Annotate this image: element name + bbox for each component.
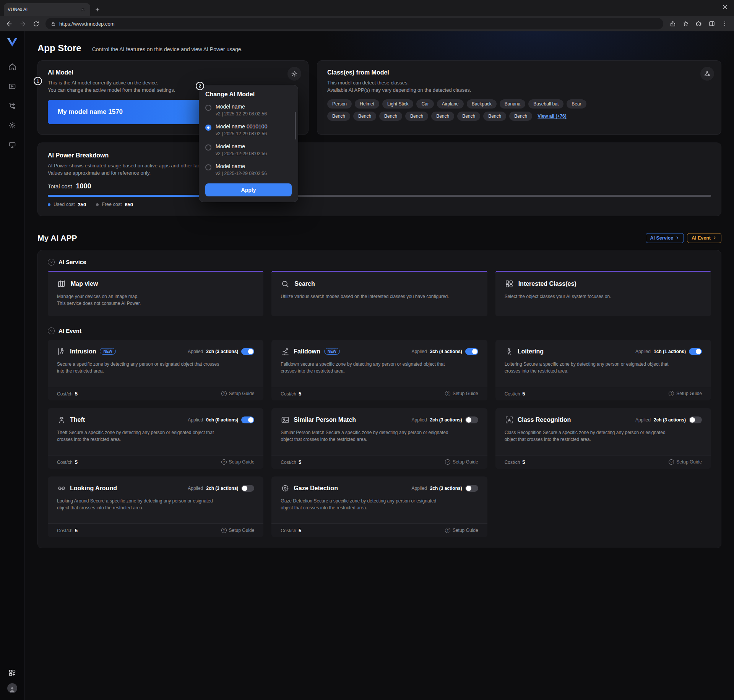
url-bar[interactable]: https://www.innodep.com	[45, 18, 663, 29]
class-recognition-icon	[505, 415, 514, 425]
setup-guide-link[interactable]: ?Setup Guide	[445, 459, 478, 465]
event-toggle[interactable]	[689, 348, 702, 355]
apply-button[interactable]: Apply	[205, 183, 292, 196]
window-close-icon[interactable]	[722, 4, 728, 10]
cost-value: 5	[75, 391, 78, 397]
used-cost-value: 350	[78, 202, 86, 207]
side-panel-icon[interactable]	[708, 20, 716, 28]
event-card-gaze-detection: Gaze Detection Applied 2ch (3 actions) G…	[271, 476, 487, 537]
radio-icon[interactable]	[205, 144, 211, 151]
sidebar-item-video[interactable]	[6, 80, 19, 93]
looking-around-icon	[57, 484, 66, 493]
reload-icon[interactable]	[32, 20, 40, 28]
step-badge-2: 2	[196, 82, 204, 90]
model-option-meta: v2 | 2025-12-29 08:02:56	[216, 171, 267, 176]
applied-value: 2ch (3 actions)	[206, 349, 238, 354]
setup-guide-link[interactable]: ?Setup Guide	[221, 528, 255, 533]
event-toggle[interactable]	[465, 416, 478, 423]
ai-service-section-header[interactable]: AI Service	[48, 259, 711, 266]
applied-value: 0ch (0 actions)	[206, 417, 238, 423]
event-toggle[interactable]	[241, 416, 254, 423]
menu-kebab-icon[interactable]	[721, 20, 729, 28]
falldown-icon	[281, 347, 290, 356]
setup-guide-label: Setup Guide	[453, 459, 478, 465]
sidebar-item-device[interactable]	[6, 138, 19, 151]
chevron-down-icon[interactable]	[48, 327, 55, 334]
used-cost-dot	[48, 203, 50, 206]
cost-label: Cost/ch	[505, 391, 520, 397]
avatar[interactable]	[7, 683, 17, 693]
event-toggle[interactable]	[465, 485, 478, 492]
classes-from-model-card: Class(es) from Model This model can dete…	[317, 60, 721, 135]
setup-guide-link[interactable]: ?Setup Guide	[221, 391, 255, 396]
event-description: Falldown secure a specific zone by detec…	[281, 361, 449, 375]
model-option-meta: v2 | 2025-12-29 08:02:56	[216, 111, 267, 117]
radio-icon[interactable]	[205, 105, 211, 111]
tab-close-icon[interactable]	[80, 6, 86, 13]
radio-selected-icon[interactable]	[205, 125, 211, 131]
power-progress-bar	[48, 195, 711, 197]
new-tab-button[interactable]	[94, 6, 101, 13]
event-description: Loitering Secure a specific zone by dete…	[505, 361, 673, 375]
event-card-theft: Theft Applied 0ch (0 actions) Theft Secu…	[48, 408, 263, 469]
event-toggle[interactable]	[689, 416, 702, 423]
event-card-similar-person-match: Similar Person Match Applied 2ch (3 acti…	[271, 408, 487, 469]
ai-service-button[interactable]: AI Service	[646, 233, 684, 243]
ai-event-button-label: AI Event	[692, 235, 711, 241]
setup-guide-link[interactable]: ?Setup Guide	[445, 391, 478, 396]
model-option[interactable]: Model name v2 | 2025-12-29 08:02:56	[199, 100, 298, 120]
sidebar-item-home[interactable]	[6, 60, 19, 73]
service-card-map-view[interactable]: Map view Manage your devices on an image…	[48, 271, 263, 316]
applied-label: Applied	[635, 417, 651, 423]
class-chip: Light Stick	[382, 99, 413, 109]
setup-guide-label: Setup Guide	[229, 528, 255, 533]
setup-guide-link[interactable]: ?Setup Guide	[445, 528, 478, 533]
browser-tab[interactable]: VUNex AI	[4, 3, 90, 16]
extensions-icon[interactable]	[695, 20, 703, 28]
bookmark-star-icon[interactable]	[682, 20, 690, 28]
cost-label: Cost/ch	[505, 460, 520, 465]
chevron-right-icon	[713, 236, 717, 240]
forward-icon[interactable]	[19, 20, 26, 28]
loitering-icon	[505, 347, 514, 356]
service-card-search[interactable]: Search Utilize various search modes base…	[271, 271, 487, 316]
similar-person-match-icon	[281, 415, 290, 425]
browser-toolbar: https://www.innodep.com	[0, 16, 734, 31]
cost-label: Cost/ch	[57, 391, 73, 397]
event-description: Similar Person Match Secure a specific z…	[281, 429, 449, 443]
model-option-name: Model name 0010100	[216, 123, 267, 130]
class-chip: Bench	[405, 112, 428, 121]
view-all-link[interactable]: View all (+76)	[538, 113, 567, 119]
back-icon[interactable]	[5, 20, 13, 28]
sidebar-item-ai-flow[interactable]	[6, 99, 19, 112]
ai-event-button[interactable]: AI Event	[687, 233, 721, 243]
model-settings-button[interactable]	[287, 67, 301, 81]
question-icon: ?	[221, 459, 227, 465]
classes-icon-button[interactable]	[700, 67, 714, 81]
service-card-interested-classes[interactable]: Interested Class(es) Select the object c…	[495, 271, 711, 316]
sidebar-item-app-store[interactable]	[6, 666, 19, 679]
class-chip: Banana	[500, 99, 525, 109]
cost-label: Cost/ch	[57, 528, 73, 533]
service-card-description: Select the object classes your AI system…	[505, 293, 702, 300]
event-toggle[interactable]	[241, 348, 254, 355]
setup-guide-link[interactable]: ?Setup Guide	[669, 391, 702, 396]
share-icon[interactable]	[669, 20, 677, 28]
chevron-down-icon[interactable]	[48, 259, 55, 266]
cost-label: Cost/ch	[281, 528, 296, 533]
model-option[interactable]: Model name v2 | 2025-12-29 08:02:56	[199, 160, 298, 180]
sidebar-item-settings[interactable]	[6, 119, 19, 132]
event-toggle[interactable]	[465, 348, 478, 355]
intrusion-icon	[57, 347, 66, 356]
model-option[interactable]: Model name 0010100 v2 | 2025-12-29 08:02…	[199, 120, 298, 140]
event-card-looking-around: Looking Around Applied 2ch (3 actions) L…	[48, 476, 263, 537]
setup-guide-link[interactable]: ?Setup Guide	[221, 459, 255, 465]
applied-label: Applied	[188, 349, 203, 354]
setup-guide-link[interactable]: ?Setup Guide	[669, 459, 702, 465]
popup-scrollbar[interactable]	[295, 112, 296, 139]
model-option[interactable]: Model name v2 | 2025-12-29 08:02:56	[199, 140, 298, 160]
event-toggle[interactable]	[241, 485, 254, 492]
applied-label: Applied	[188, 417, 203, 423]
radio-icon[interactable]	[205, 164, 211, 170]
ai-event-section-header[interactable]: AI Event	[48, 327, 711, 334]
